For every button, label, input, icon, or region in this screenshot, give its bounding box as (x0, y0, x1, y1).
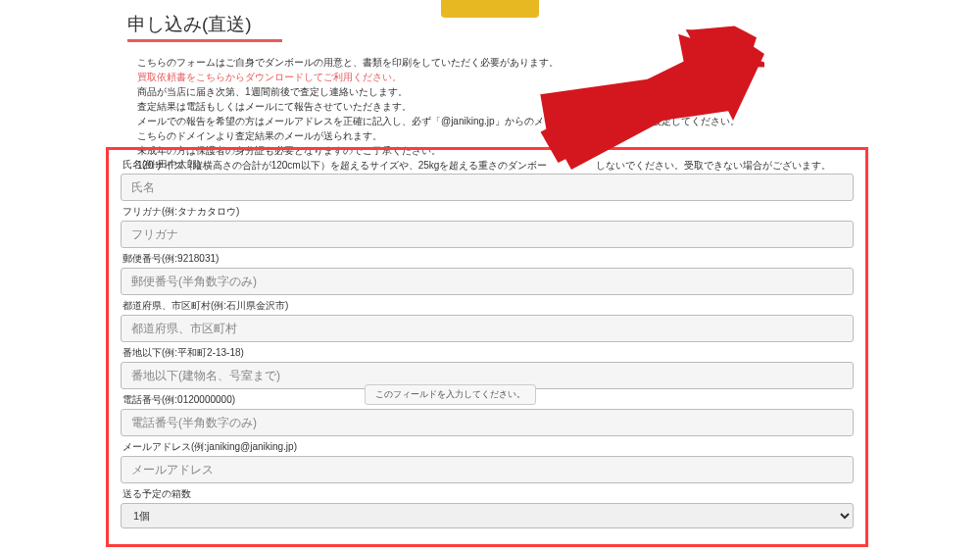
application-form: 氏名(例:田中太郎) フリガナ(例:タナカタロウ) 郵便番号(例:9218031… (106, 147, 868, 547)
furigana-input[interactable] (121, 221, 854, 248)
form-group-furigana: フリガナ(例:タナカタロウ) (121, 205, 854, 248)
top-yellow-button[interactable] (441, 0, 539, 18)
prefecture-label: 都道府県、市区町村(例:石川県金沢市) (122, 299, 854, 313)
red-arrow-icon (510, 22, 764, 178)
email-label: メールアドレス(例:janiking@janiking.jp) (122, 440, 854, 454)
postal-input[interactable] (121, 268, 854, 295)
form-group-prefecture: 都道府県、市区町村(例:石川県金沢市) (121, 299, 854, 342)
address-label: 番地以下(例:平和町2-13-18) (122, 346, 854, 360)
postal-label: 郵便番号(例:9218031) (122, 252, 854, 266)
title-underline (127, 39, 282, 42)
form-group-postal: 郵便番号(例:9218031) (121, 252, 854, 295)
form-group-address: 番地以下(例:平和町2-13-18) (121, 346, 854, 389)
svg-marker-2 (541, 26, 758, 164)
prefecture-input[interactable] (121, 315, 854, 342)
validation-tooltip: このフィールドを入力してください。 (365, 384, 536, 405)
form-group-boxes: 送る予定の箱数 1個 (121, 487, 854, 528)
phone-input[interactable] (121, 409, 854, 436)
boxes-select[interactable]: 1個 (121, 503, 854, 528)
boxes-label: 送る予定の箱数 (122, 487, 854, 501)
email-input[interactable] (121, 456, 854, 483)
furigana-label: フリガナ(例:タナカタロウ) (122, 205, 854, 219)
form-group-email: メールアドレス(例:janiking@janiking.jp) (121, 440, 854, 483)
